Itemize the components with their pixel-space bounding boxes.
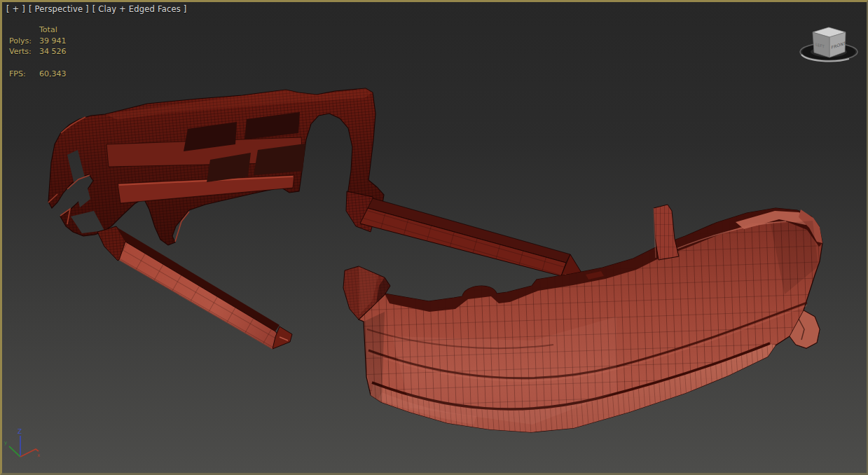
statistics-overlay: Total Polys: 39 941 Verts: 34 526 FPS: 6… bbox=[9, 25, 67, 79]
stats-header-row: Total bbox=[9, 25, 67, 36]
viewport-label-bar: [ + ] [ Perspective ] [ Clay + Edged Fac… bbox=[6, 4, 186, 14]
stats-total-header: Total bbox=[39, 25, 57, 36]
polys-value: 39 941 bbox=[39, 36, 67, 47]
fps-value: 60,343 bbox=[39, 69, 67, 80]
verts-value: 34 526 bbox=[39, 46, 67, 57]
x-axis-label: x bbox=[37, 453, 40, 458]
stats-polys-row: Polys: 39 941 bbox=[9, 36, 67, 47]
fps-label: FPS: bbox=[9, 69, 39, 80]
viewport-general-menu[interactable]: [ + ] bbox=[6, 4, 25, 14]
polys-label: Polys: bbox=[9, 36, 39, 47]
stats-verts-row: Verts: 34 526 bbox=[9, 46, 67, 57]
stats-fps-row: FPS: 60,343 bbox=[9, 69, 67, 80]
viewport-pov-menu[interactable]: [ Perspective ] bbox=[29, 4, 89, 14]
viewport-shading-menu[interactable]: [ Clay + Edged Faces ] bbox=[92, 4, 187, 14]
perspective-viewport[interactable]: FRONT LEFT Z y x bbox=[0, 0, 868, 475]
z-axis-label: Z bbox=[18, 428, 22, 435]
y-axis-label: y bbox=[4, 440, 7, 446]
verts-label: Verts: bbox=[9, 46, 39, 57]
